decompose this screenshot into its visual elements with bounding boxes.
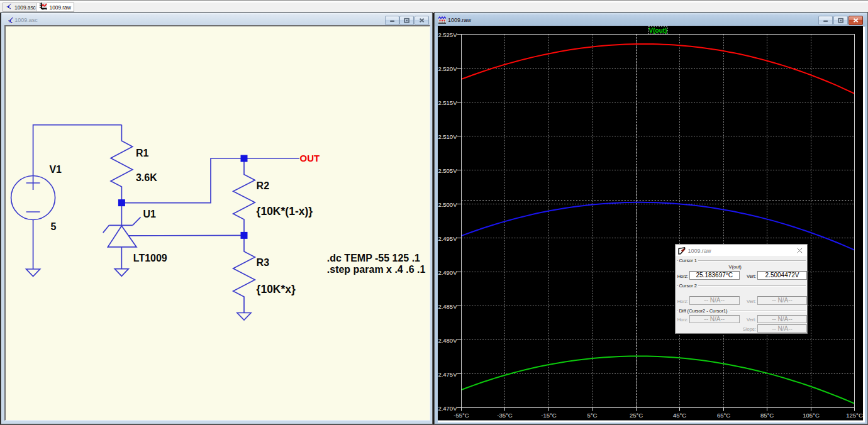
- svg-text:2.510V: 2.510V: [438, 133, 457, 140]
- svg-text:{10K*(1-x)}: {10K*(1-x)}: [257, 205, 313, 218]
- svg-text:R2: R2: [257, 180, 270, 191]
- svg-text:OUT: OUT: [300, 153, 320, 163]
- svg-text:2.525V: 2.525V: [438, 31, 457, 38]
- svg-text:5°C: 5°C: [587, 412, 598, 419]
- svg-text:2.480V: 2.480V: [438, 337, 457, 344]
- svg-text:R1: R1: [136, 148, 149, 158]
- svg-text:2.490V: 2.490V: [438, 269, 457, 276]
- svg-text:25°C: 25°C: [630, 412, 643, 419]
- svg-text:45°C: 45°C: [673, 412, 686, 419]
- svg-text:2.500V: 2.500V: [438, 201, 457, 208]
- svg-text:V(out): V(out): [649, 27, 667, 34]
- svg-text:2.485V: 2.485V: [438, 303, 457, 310]
- svg-text:V1: V1: [49, 164, 62, 175]
- svg-text:2.505V: 2.505V: [438, 167, 457, 174]
- svg-text:2.475V: 2.475V: [438, 371, 457, 378]
- svg-text:3.6K: 3.6K: [136, 172, 157, 183]
- svg-text:2.520V: 2.520V: [438, 65, 457, 72]
- svg-text:2.495V: 2.495V: [438, 235, 457, 242]
- svg-text:2.470V: 2.470V: [438, 405, 457, 412]
- svg-text:{10K*x}: {10K*x}: [257, 283, 296, 295]
- svg-text:2.515V: 2.515V: [438, 99, 457, 106]
- svg-text:R3: R3: [257, 257, 270, 268]
- svg-text:.step param x .4 .6 .1: .step param x .4 .6 .1: [327, 264, 426, 275]
- svg-text:85°C: 85°C: [760, 412, 774, 419]
- svg-text:5: 5: [51, 221, 57, 232]
- svg-text:LT1009: LT1009: [133, 253, 167, 263]
- svg-text:-55°C: -55°C: [453, 412, 469, 419]
- svg-text:125°C: 125°C: [846, 412, 863, 419]
- svg-text:.dc TEMP -55 125 .1: .dc TEMP -55 125 .1: [327, 253, 420, 263]
- svg-text:105°C: 105°C: [803, 412, 820, 419]
- svg-text:-35°C: -35°C: [497, 412, 513, 419]
- svg-text:U1: U1: [143, 209, 157, 219]
- svg-text:65°C: 65°C: [717, 412, 730, 419]
- svg-text:-15°C: -15°C: [541, 412, 557, 419]
